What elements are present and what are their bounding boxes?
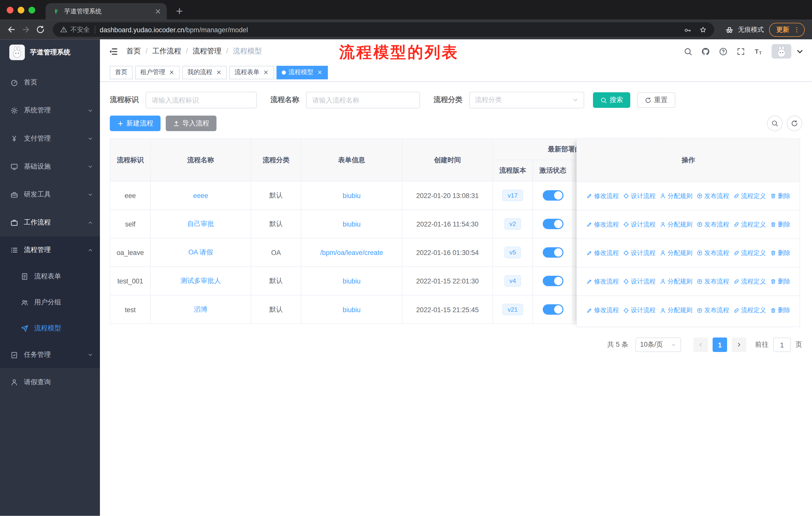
assign-rule-link[interactable]: 分配规则: [660, 249, 692, 257]
edit-flow-link[interactable]: 修改流程: [586, 249, 619, 257]
sidebar-item-infrastructure[interactable]: 基础设施: [0, 153, 100, 181]
next-page-button[interactable]: [732, 337, 746, 352]
edit-flow-link[interactable]: 修改流程: [586, 306, 619, 315]
browser-update-button[interactable]: 更新: [769, 23, 805, 37]
window-minimize-button[interactable]: [18, 7, 24, 13]
sidebar-item-task-management[interactable]: 任务管理: [0, 341, 100, 368]
search-button[interactable]: 搜索: [593, 92, 630, 108]
sidebar-item-workflow[interactable]: 工作流程: [0, 208, 100, 236]
active-toggle[interactable]: [543, 190, 563, 200]
password-key-icon[interactable]: [684, 26, 691, 33]
tag-close-icon[interactable]: [263, 70, 269, 75]
active-toggle[interactable]: [543, 276, 563, 286]
delete-flow-link[interactable]: 删除: [770, 306, 790, 315]
prev-page-button[interactable]: [693, 337, 708, 352]
form-info-link[interactable]: biubiu: [343, 277, 360, 285]
flow-id-input[interactable]: [145, 92, 257, 108]
breadcrumb-item[interactable]: 流程管理: [193, 47, 233, 56]
publish-flow-link[interactable]: 发布流程: [696, 306, 729, 315]
goto-page-input[interactable]: [773, 337, 791, 352]
form-info-link[interactable]: biubiu: [343, 220, 360, 228]
delete-flow-link[interactable]: 删除: [770, 277, 790, 286]
reset-button[interactable]: 重置: [637, 92, 675, 108]
flow-definition-link[interactable]: 流程定义: [733, 191, 766, 200]
assign-rule-link[interactable]: 分配规则: [660, 220, 692, 229]
reload-button[interactable]: [33, 22, 48, 37]
flow-definition-link[interactable]: 流程定义: [733, 220, 766, 229]
back-button[interactable]: [4, 22, 19, 37]
avatar-caret-down-icon[interactable]: [795, 47, 804, 56]
active-toggle[interactable]: [543, 219, 563, 229]
flow-name-link[interactable]: 自己审批: [187, 220, 214, 227]
flow-name-link[interactable]: eeee: [193, 191, 208, 199]
active-toggle[interactable]: [543, 304, 563, 315]
search-icon[interactable]: [684, 47, 692, 56]
user-avatar[interactable]: [772, 44, 791, 59]
edit-flow-link[interactable]: 修改流程: [586, 220, 619, 229]
help-question-icon[interactable]: [719, 47, 728, 56]
tag-close-icon[interactable]: [169, 70, 175, 75]
design-flow-link[interactable]: 设计流程: [623, 191, 656, 200]
bookmark-star-icon[interactable]: [699, 26, 707, 33]
flow-definition-link[interactable]: 流程定义: [733, 306, 766, 315]
sidebar-item-payment[interactable]: 支付管理: [0, 125, 100, 153]
toggle-search-button[interactable]: [767, 116, 783, 131]
sidebar-item-user-group[interactable]: 用户分组: [0, 289, 100, 315]
publish-flow-link[interactable]: 发布流程: [696, 191, 729, 200]
tag-process-form[interactable]: 流程表单: [229, 65, 274, 79]
form-info-link[interactable]: /bpm/oa/leave/create: [320, 249, 383, 256]
tag-close-icon[interactable]: [317, 70, 323, 75]
edit-flow-link[interactable]: 修改流程: [586, 191, 619, 200]
app-logo[interactable]: 芋道管理系统: [0, 39, 100, 65]
new-tab-button[interactable]: [175, 7, 184, 16]
tab-close-icon[interactable]: [154, 8, 162, 15]
publish-flow-link[interactable]: 发布流程: [696, 249, 729, 257]
delete-flow-link[interactable]: 删除: [770, 191, 790, 200]
edit-flow-link[interactable]: 修改流程: [586, 277, 619, 286]
delete-flow-link[interactable]: 删除: [770, 249, 790, 257]
sidebar-item-process-model[interactable]: 流程模型: [0, 315, 100, 341]
active-toggle[interactable]: [543, 247, 563, 257]
sidebar-item-home[interactable]: 首页: [0, 69, 100, 97]
sidebar-item-system[interactable]: 系统管理: [0, 97, 100, 125]
page-number-button[interactable]: 1: [713, 337, 727, 352]
flow-name-link[interactable]: OA 请假: [188, 248, 213, 256]
flow-definition-link[interactable]: 流程定义: [733, 249, 766, 257]
publish-flow-link[interactable]: 发布流程: [696, 277, 729, 286]
form-info-link[interactable]: biubiu: [343, 306, 360, 314]
address-bar[interactable]: 不安全 dashboard.yudao.iocoder.cn/bpm/manag…: [53, 22, 714, 37]
page-size-select[interactable]: 10条/页: [636, 337, 681, 352]
tag-close-icon[interactable]: [216, 70, 222, 75]
flow-name-link[interactable]: 测试多审批人: [180, 277, 221, 285]
github-icon[interactable]: [701, 47, 710, 56]
sidebar-item-process-management[interactable]: 流程管理: [0, 236, 100, 263]
tag-process-model[interactable]: 流程模型: [277, 65, 328, 79]
window-close-button[interactable]: [7, 7, 13, 13]
design-flow-link[interactable]: 设计流程: [623, 249, 656, 257]
breadcrumb-item[interactable]: 工作流程: [152, 47, 193, 56]
design-flow-link[interactable]: 设计流程: [623, 277, 656, 286]
flow-name-input[interactable]: [306, 92, 420, 108]
assign-rule-link[interactable]: 分配规则: [660, 277, 692, 286]
breadcrumb-item[interactable]: 首页: [126, 47, 152, 56]
browser-menu-dots-icon[interactable]: [793, 26, 801, 33]
design-flow-link[interactable]: 设计流程: [623, 306, 656, 315]
assign-rule-link[interactable]: 分配规则: [660, 306, 692, 315]
flow-name-link[interactable]: 滔博: [194, 305, 207, 313]
forward-button[interactable]: [19, 22, 33, 37]
design-flow-link[interactable]: 设计流程: [623, 220, 656, 229]
browser-tab[interactable]: 芋道管理系统: [46, 3, 167, 20]
tag-tenant[interactable]: 租户管理: [135, 65, 180, 79]
sidebar-item-process-form[interactable]: 流程表单: [0, 263, 100, 289]
tag-home[interactable]: 首页: [110, 65, 133, 79]
create-flow-button[interactable]: 新建流程: [110, 116, 161, 131]
font-size-icon[interactable]: [754, 47, 763, 56]
import-flow-button[interactable]: 导入流程: [166, 116, 216, 131]
delete-flow-link[interactable]: 删除: [770, 220, 790, 229]
category-select[interactable]: 流程分类: [469, 92, 584, 108]
sidebar-item-leave-query[interactable]: 请假查询: [0, 368, 100, 396]
form-info-link[interactable]: biubiu: [343, 191, 360, 199]
security-indicator[interactable]: 不安全: [60, 25, 90, 34]
sidebar-item-devtools[interactable]: 研发工具: [0, 181, 100, 208]
fullscreen-icon[interactable]: [736, 47, 745, 56]
